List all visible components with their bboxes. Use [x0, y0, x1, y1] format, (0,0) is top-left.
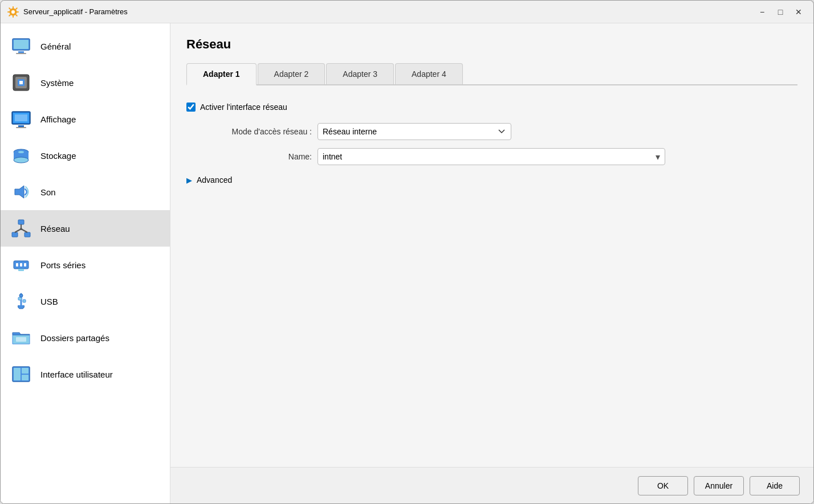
svg-point-34 [20, 228, 22, 230]
sidebar-item-son[interactable]: Son [1, 174, 170, 210]
svg-point-42 [19, 294, 23, 297]
sidebar-label-interface: Interface utilisateur [40, 370, 113, 379]
sidebar-label-stockage: Stockage [40, 151, 76, 161]
enable-interface-row: Activer l'interface réseau [186, 103, 797, 112]
usb-icon [10, 290, 32, 313]
sidebar-item-usb[interactable]: USB [1, 283, 170, 319]
ok-button[interactable]: OK [638, 476, 688, 495]
sidebar-label-usb: USB [40, 297, 58, 306]
svg-rect-29 [12, 232, 18, 237]
systeme-icon [10, 71, 32, 94]
enable-interface-checkbox[interactable] [186, 103, 196, 112]
svg-rect-28 [18, 220, 24, 224]
advanced-label: Advanced [197, 175, 232, 185]
adapter-tabs: Adapter 1 Adapter 2 Adapter 3 Adapter 4 [186, 63, 797, 85]
tab-adapter3[interactable]: Adapter 3 [326, 63, 394, 84]
svg-line-9 [9, 14, 10, 15]
reseau-icon [10, 217, 32, 240]
svg-rect-41 [23, 300, 26, 302]
svg-rect-45 [14, 368, 21, 380]
main-panel: Réseau Adapter 1 Adapter 2 Adapter 3 Ada… [170, 23, 813, 503]
sidebar-label-general: Général [40, 42, 71, 51]
svg-rect-30 [25, 232, 30, 237]
name-dropdown[interactable]: intnet ▾ [318, 148, 665, 165]
svg-rect-39 [18, 269, 24, 271]
svg-rect-11 [14, 40, 29, 49]
sidebar-item-stockage[interactable]: Stockage [1, 137, 170, 174]
sidebar-label-ports: Ports séries [40, 260, 86, 270]
interface-icon [10, 363, 32, 386]
sidebar-label-son: Son [40, 187, 56, 197]
tab-adapter2[interactable]: Adapter 2 [258, 63, 325, 84]
ports-icon [10, 253, 32, 276]
svg-rect-37 [20, 263, 22, 267]
close-button[interactable]: ✕ [791, 5, 807, 19]
general-icon [10, 35, 32, 58]
sidebar-label-affichage: Affichage [40, 114, 76, 124]
svg-marker-27 [15, 186, 24, 198]
svg-point-1 [11, 10, 15, 14]
svg-line-7 [16, 14, 17, 15]
network-access-mode-label: Mode d'accès réseau : [186, 127, 312, 136]
svg-line-6 [9, 8, 10, 9]
main-content: Réseau Adapter 1 Adapter 2 Adapter 3 Ada… [170, 23, 813, 467]
network-access-mode-row: Mode d'accès réseau : NAT Réseau NAT Rés… [186, 123, 797, 140]
titlebar: Serveur_applicatif - Paramètres − □ ✕ [1, 1, 813, 23]
svg-rect-12 [18, 51, 24, 53]
sidebar-item-reseau[interactable]: Réseau [1, 210, 170, 247]
footer: OK Annuler Aide [170, 467, 813, 503]
app-icon [7, 6, 19, 18]
help-button[interactable]: Aide [750, 476, 800, 495]
svg-rect-46 [22, 368, 29, 374]
affichage-icon [10, 108, 32, 130]
svg-rect-36 [16, 263, 18, 267]
advanced-arrow-icon: ▶ [186, 176, 192, 185]
window-controls: − □ ✕ [754, 5, 807, 19]
sidebar-item-general[interactable]: Général [1, 28, 170, 64]
sidebar-item-dossiers[interactable]: Dossiers partagés [1, 319, 170, 356]
svg-rect-47 [22, 375, 29, 380]
maximize-button[interactable]: □ [772, 5, 788, 19]
svg-point-25 [14, 157, 29, 163]
svg-rect-17 [19, 81, 23, 84]
svg-rect-13 [16, 53, 26, 54]
sidebar-label-dossiers: Dossiers partagés [40, 333, 109, 343]
sidebar-label-systeme: Système [40, 78, 74, 88]
form-area: Activer l'interface réseau Mode d'accès … [186, 97, 797, 192]
svg-rect-43 [16, 337, 26, 342]
svg-line-8 [16, 8, 17, 9]
tab-adapter1[interactable]: Adapter 1 [186, 63, 257, 85]
sidebar: Général Système [1, 23, 170, 503]
svg-rect-22 [15, 114, 27, 121]
tab-adapter4[interactable]: Adapter 4 [395, 63, 463, 84]
stockage-icon [10, 144, 32, 167]
name-row: Name: intnet ▾ [186, 148, 797, 165]
svg-rect-21 [16, 127, 26, 128]
dossiers-icon [10, 326, 32, 349]
svg-point-26 [18, 151, 24, 153]
network-access-mode-select[interactable]: NAT Réseau NAT Réseau interne Réseau hôt… [318, 123, 511, 140]
name-label: Name: [186, 152, 312, 161]
svg-rect-20 [18, 125, 24, 127]
window-title: Serveur_applicatif - Paramètres [23, 7, 754, 16]
dropdown-arrow-icon: ▾ [656, 151, 660, 162]
svg-rect-40 [18, 297, 22, 300]
sidebar-item-ports[interactable]: Ports séries [1, 247, 170, 283]
minimize-button[interactable]: − [754, 5, 770, 19]
advanced-toggle[interactable]: ▶ Advanced [186, 173, 232, 187]
page-title: Réseau [186, 37, 797, 52]
content-area: Général Système [1, 23, 813, 503]
main-window: Serveur_applicatif - Paramètres − □ ✕ [0, 0, 814, 504]
sidebar-item-affichage[interactable]: Affichage [1, 101, 170, 137]
sidebar-item-interface[interactable]: Interface utilisateur [1, 356, 170, 392]
sidebar-item-systeme[interactable]: Système [1, 64, 170, 101]
sidebar-label-reseau: Réseau [40, 224, 70, 233]
svg-rect-38 [24, 263, 26, 267]
cancel-button[interactable]: Annuler [694, 476, 744, 495]
son-icon [10, 181, 32, 203]
name-value: intnet [323, 152, 342, 161]
enable-interface-label[interactable]: Activer l'interface réseau [200, 103, 287, 112]
